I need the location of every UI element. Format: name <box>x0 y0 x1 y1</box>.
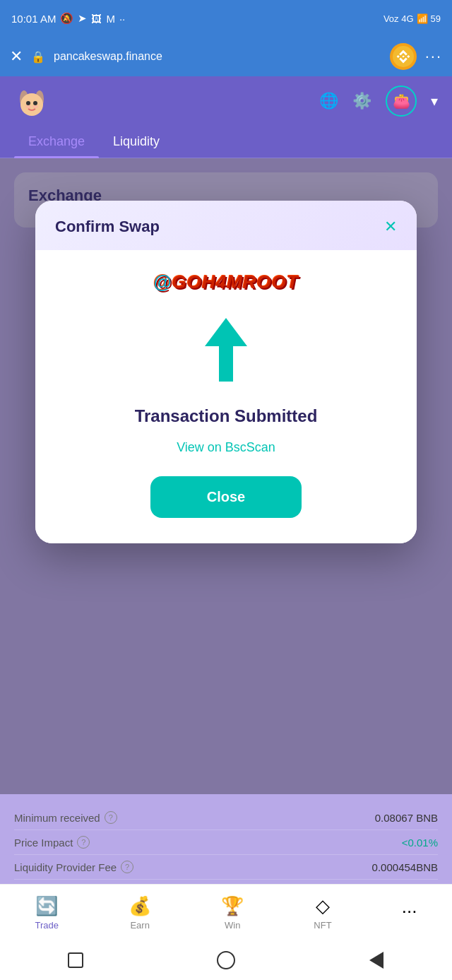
tab-exchange[interactable]: Exchange <box>14 126 99 158</box>
svg-point-5 <box>33 101 37 105</box>
browser-close-button[interactable]: ✕ <box>10 47 23 66</box>
more-icon: ··· <box>402 900 417 922</box>
pancakeswap-logo <box>14 83 49 119</box>
svg-point-7 <box>32 105 38 108</box>
android-back-button[interactable] <box>366 950 387 971</box>
bnb-logo <box>390 43 417 70</box>
status-left: 10:01 AM 🔕 ➤ 🖼 M ·· <box>11 12 125 25</box>
svg-point-4 <box>26 101 30 105</box>
transaction-submitted-text: Transaction Submitted <box>135 406 318 426</box>
modal-overlay: Confirm Swap ✕ @GOH4MROOT Transaction Su… <box>0 158 452 794</box>
earn-label: Earn <box>130 920 149 931</box>
status-bar: 10:01 AM 🔕 ➤ 🖼 M ·· Voz 4G 📶 59 <box>0 0 452 37</box>
nav-item-trade[interactable]: 🔄 Trade <box>35 895 59 931</box>
svg-point-3 <box>20 93 43 116</box>
tab-liquidity[interactable]: Liquidity <box>99 126 174 158</box>
win-label: Win <box>225 920 240 931</box>
app-header: 🌐 ⚙️ 👛 ▾ <box>0 76 452 126</box>
nav-item-nft[interactable]: ◇ NFT <box>314 895 331 931</box>
liquidity-fee-row: Liquidity Provider Fee ? 0.000454BNB <box>14 855 438 880</box>
chevron-down-icon[interactable]: ▾ <box>431 93 438 110</box>
liquidity-fee-value: 0.000454BNB <box>372 861 438 873</box>
earn-icon: 💰 <box>129 895 151 917</box>
android-home-button[interactable] <box>215 950 237 971</box>
lock-icon: 🔒 <box>31 50 45 64</box>
android-nav-bar <box>0 940 452 980</box>
browser-bar: ✕ 🔒 pancakeswap.finance ··· <box>0 37 452 76</box>
svg-point-6 <box>25 105 31 108</box>
home-icon <box>217 951 235 969</box>
nft-label: NFT <box>314 920 331 931</box>
main-content: Exchange Confirm Swap ✕ @GOH4MROOT <box>0 158 452 794</box>
browser-url[interactable]: pancakeswap.finance <box>54 50 381 63</box>
watermark-at: @ <box>153 271 172 293</box>
bottom-info-section: Minimum received ? 0.08067 BNB Price Imp… <box>0 794 452 891</box>
status-right: Voz 4G 📶 59 <box>383 13 441 24</box>
wallet-icon: 👛 <box>393 93 410 110</box>
nav-item-win[interactable]: 🏆 Win <box>221 895 244 931</box>
liquidity-fee-help-icon[interactable]: ? <box>121 861 133 873</box>
modal-body: @GOH4MROOT Transaction Submitted View on… <box>35 250 417 543</box>
recents-icon <box>68 952 83 968</box>
nft-icon: ◇ <box>316 895 330 917</box>
price-impact-help-icon[interactable]: ? <box>77 836 90 849</box>
modal-title: Confirm Swap <box>55 218 160 236</box>
minimum-received-label: Minimum received ? <box>14 811 117 824</box>
gmail-icon: M <box>106 13 115 25</box>
back-icon <box>369 952 383 969</box>
watermark-text: @GOH4MROOT <box>153 271 299 293</box>
price-impact-row: Price Impact ? <0.01% <box>14 830 438 855</box>
bottom-navigation: 🔄 Trade 💰 Earn 🏆 Win ◇ NFT ··· <box>0 884 452 940</box>
upload-arrow-icon <box>194 314 258 385</box>
browser-more-button[interactable]: ··· <box>425 47 442 66</box>
win-icon: 🏆 <box>221 895 244 917</box>
price-impact-value: <0.01% <box>402 837 438 849</box>
trade-label: Trade <box>35 920 59 931</box>
carrier-label: Voz 4G <box>383 13 414 24</box>
globe-icon[interactable]: 🌐 <box>319 92 338 110</box>
view-bscscan-link[interactable]: View on BscScan <box>177 440 275 455</box>
nav-item-more[interactable]: ··· <box>402 900 417 925</box>
price-impact-label: Price Impact ? <box>14 836 90 849</box>
dots-icon: ·· <box>119 13 125 25</box>
signal-icon: 📶 <box>417 13 428 24</box>
settings-icon[interactable]: ⚙️ <box>352 92 371 110</box>
android-recents-button[interactable] <box>65 950 86 971</box>
close-modal-button[interactable]: Close <box>150 476 302 518</box>
modal-close-button[interactable]: ✕ <box>384 218 397 236</box>
header-icons: 🌐 ⚙️ 👛 ▾ <box>319 85 438 117</box>
nav-item-earn[interactable]: 💰 Earn <box>129 895 151 931</box>
gallery-icon: 🖼 <box>91 13 102 25</box>
status-time: 10:01 AM <box>11 13 56 25</box>
trade-icon: 🔄 <box>35 895 58 917</box>
battery-label: 59 <box>431 13 441 24</box>
wallet-button[interactable]: 👛 <box>386 85 417 117</box>
minimum-received-row: Minimum received ? 0.08067 BNB <box>14 805 438 830</box>
nav-tabs: Exchange Liquidity <box>0 126 452 158</box>
liquidity-fee-label: Liquidity Provider Fee ? <box>14 861 133 873</box>
confirm-swap-modal: Confirm Swap ✕ @GOH4MROOT Transaction Su… <box>35 201 417 543</box>
minimum-received-value: 0.08067 BNB <box>375 812 438 824</box>
modal-header: Confirm Swap ✕ <box>35 201 417 250</box>
mute-icon: 🔕 <box>60 12 73 25</box>
location-icon: ➤ <box>78 12 87 25</box>
minimum-received-help-icon[interactable]: ? <box>105 811 117 824</box>
